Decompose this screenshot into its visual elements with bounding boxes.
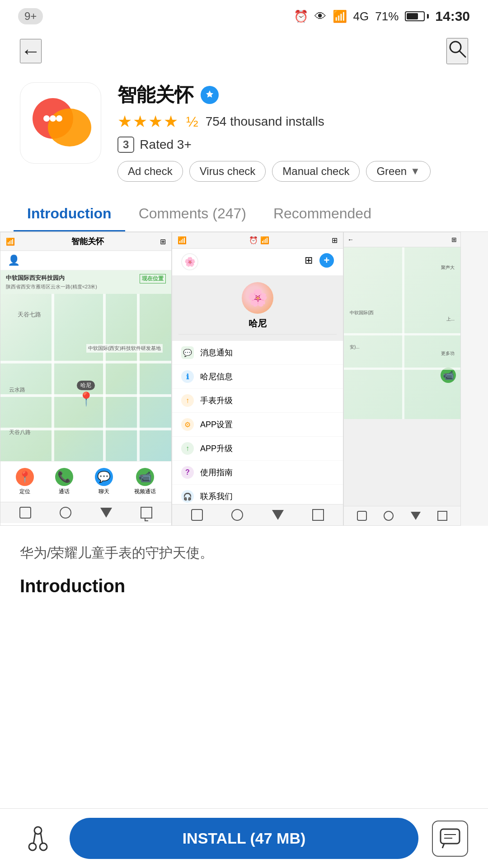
- ss1-person-row: 👤: [0, 251, 171, 270]
- ss2-emoji: 🌸: [181, 253, 198, 270]
- svg-point-8: [40, 843, 47, 850]
- ss2-menu-item-4: ⚙ APP设置: [172, 413, 343, 437]
- ss2-plus: +: [319, 253, 334, 268]
- ss2-popup-name: 哈尼: [178, 317, 337, 335]
- svg-line-13: [442, 844, 444, 848]
- chevron-down-icon: ▼: [410, 165, 420, 177]
- virus-check-badge: Virus check: [189, 161, 266, 182]
- wifi-icon: 📶: [333, 9, 347, 24]
- svg-line-10: [33, 833, 35, 844]
- ss2-menu: ⊞: [301, 253, 316, 268]
- screenshot-1: 📶 智能关怀 ⊞ 👤 中软国际西安科技园内 现在位置 陕西省西安市雁塔区云水一路…: [0, 232, 172, 526]
- half-star: ½: [186, 113, 198, 130]
- top-nav: ←: [0, 29, 488, 73]
- ss2-menu-item-6: ? 使用指南: [172, 461, 343, 485]
- ss2-menu-item-1: 💬 消息通知: [172, 341, 343, 365]
- verified-icon: [201, 86, 219, 104]
- signal-label: 4G: [353, 9, 369, 24]
- section-title: Introduction: [0, 571, 488, 605]
- svg-point-9: [34, 827, 42, 834]
- ss3-video-btn: 📹: [441, 368, 456, 383]
- battery-icon: [405, 11, 429, 21]
- ss1-topbar: 📶 智能关怀 ⊞: [0, 232, 171, 251]
- ss1-title: 智能关怀: [71, 236, 104, 247]
- ss2-popup-menu: 💬 消息通知 ℹ 哈尼信息 ↑ 手表升级 ⚙ APP设置 ↑ APP升级: [172, 341, 343, 508]
- status-time: 14:30: [435, 9, 470, 24]
- source-icon-button[interactable]: [20, 821, 56, 857]
- svg-point-7: [29, 843, 36, 850]
- ss1-location: 中软国际西安科技园内 现在位置 陕西省西安市雁塔区云水一路(精度<23米): [0, 270, 171, 294]
- ss2-menu-item-3: ↑ 手表升级: [172, 389, 343, 413]
- ad-check-badge: Ad check: [117, 161, 183, 182]
- svg-line-11: [41, 833, 42, 844]
- notification-badge: 9+: [18, 8, 43, 24]
- ss2-nav: [172, 504, 343, 525]
- app-title: 智能关怀: [117, 82, 193, 108]
- tabs: Introduction Comments (247) Recommended: [0, 195, 488, 232]
- person-icon: 👤: [8, 255, 20, 266]
- tab-comments[interactable]: Comments (247): [125, 195, 260, 231]
- ss2-menu-item-5: ↑ APP升级: [172, 437, 343, 461]
- ss2-avatar-area: 🌸 哈尼: [172, 276, 343, 341]
- stars: ★★★★: [117, 112, 179, 131]
- rating-row: ★★★★ ½ 754 thousand installs: [117, 112, 468, 131]
- ss1-nav-extra: [141, 507, 152, 519]
- green-badge[interactable]: Green ▼: [366, 161, 430, 182]
- install-button[interactable]: INSTALL (47 MB): [70, 818, 418, 859]
- ss1-map: 天谷七路 云水路 天谷八路 哈尼 📍 中软国际(西安)科技软件研发基地: [0, 294, 171, 461]
- svg-point-3: [48, 108, 91, 146]
- ss1-nav-back: [100, 508, 112, 518]
- app-description: 华为/荣耀儿童手表的守护天使。: [0, 526, 488, 571]
- ss3-nav: [344, 506, 460, 525]
- app-title-row: 智能关怀: [117, 82, 468, 108]
- ss1-nav-square: [19, 507, 31, 519]
- screenshot-3: ← ⊞ 聚声大 上... 更多功 中软国际(西 安)... 📹: [343, 232, 461, 526]
- back-button[interactable]: ←: [20, 39, 42, 63]
- battery-percent: 71%: [375, 9, 399, 24]
- app-tagline: 华为/荣耀儿童手表的守护天使。: [20, 545, 213, 560]
- tab-recommended[interactable]: Recommended: [260, 195, 385, 231]
- tab-introduction[interactable]: Introduction: [14, 195, 125, 231]
- ss2-menu-item-2: ℹ 哈尼信息: [172, 365, 343, 389]
- map-pin: 哈尼 📍: [77, 376, 95, 407]
- ss1-signal: 📶: [6, 237, 15, 246]
- status-right: ⏰ 👁 📶 4G 71% 14:30: [294, 9, 470, 24]
- svg-point-5: [50, 115, 56, 122]
- ss1-nav-circle: [60, 507, 71, 519]
- alarm-icon: ⏰: [294, 9, 308, 24]
- svg-point-6: [56, 115, 62, 122]
- status-bar: 9+ ⏰ 👁 📶 4G 71% 14:30: [0, 0, 488, 29]
- search-button[interactable]: [446, 38, 468, 64]
- ss1-bottom-icons: 📍 定位 📞 通话 💬 聊天 📹 视频通话: [0, 461, 171, 502]
- ss1-nav: [0, 502, 171, 523]
- ss2-topbar: 📶 ⏰ 📶 ⊞: [172, 232, 343, 249]
- app-header: 智能关怀 ★★★★ ½ 754 thousand installs 3 Rate…: [0, 73, 488, 191]
- app-icon: [20, 82, 101, 164]
- age-row: 3 Rated 3+: [117, 137, 468, 153]
- installs: 754 thousand installs: [206, 114, 324, 129]
- bottom-bar: INSTALL (47 MB): [0, 808, 488, 868]
- screenshots-section: 📶 智能关怀 ⊞ 👤 中软国际西安科技园内 现在位置 陕西省西安市雁塔区云水一路…: [0, 232, 488, 526]
- chat-button[interactable]: [432, 821, 468, 857]
- check-badges: Ad check Virus check Manual check Green …: [117, 161, 468, 182]
- svg-line-1: [460, 51, 465, 57]
- ss3-map: 聚声大 上... 更多功 中软国际(西 安)... 📹: [344, 247, 460, 419]
- age-badge: 3: [117, 137, 134, 153]
- manual-check-badge: Manual check: [272, 161, 360, 182]
- ss2-icons-row: 🌸 + ⊞: [172, 249, 343, 276]
- ss1-menu: ⊞: [160, 237, 166, 246]
- app-info: 智能关怀 ★★★★ ½ 754 thousand installs 3 Rate…: [117, 82, 468, 182]
- svg-rect-12: [441, 829, 460, 844]
- screenshot-2: 📶 ⏰ 📶 ⊞ 🌸 + ⊞ 🌸 哈尼 💬 消息通知: [172, 232, 343, 526]
- svg-point-4: [43, 115, 50, 122]
- eye-icon: 👁: [314, 9, 326, 24]
- age-text: Rated 3+: [140, 137, 191, 152]
- ss2-avatar: 🌸: [242, 282, 273, 314]
- ss3-topbar: ← ⊞: [344, 232, 460, 247]
